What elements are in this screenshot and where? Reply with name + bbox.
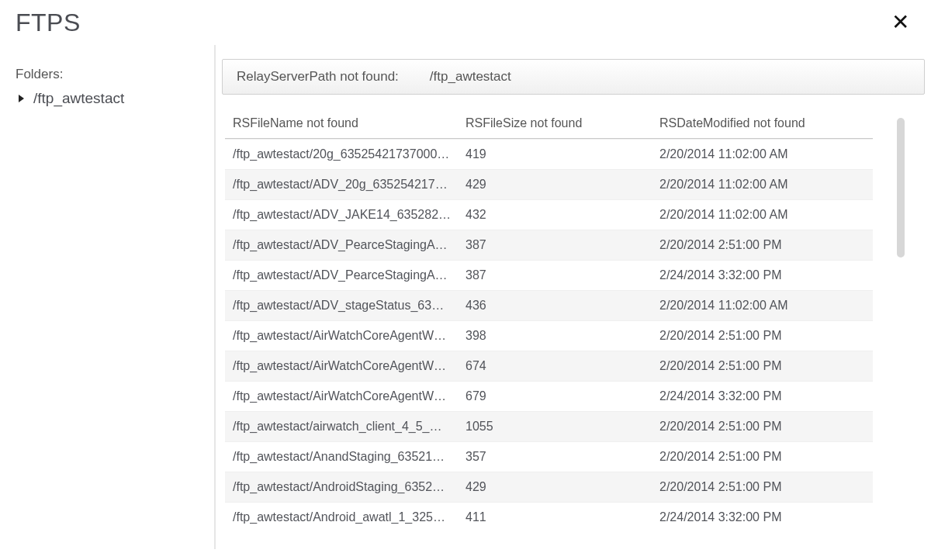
col-header-name[interactable]: RSFileName not found	[233, 116, 466, 130]
table-row[interactable]: /ftp_awtestact/AirWatchCoreAgentW…6742/2…	[225, 351, 873, 381]
file-grid: RSFileName not found RSFileSize not foun…	[225, 109, 873, 532]
cell-modified: 2/20/2014 2:51:00 PM	[659, 238, 865, 252]
cell-filename: /ftp_awtestact/ADV_stageStatus_63…	[233, 299, 466, 313]
table-row[interactable]: /ftp_awtestact/AirWatchCoreAgentW…6792/2…	[225, 381, 873, 411]
cell-modified: 2/20/2014 11:02:00 AM	[659, 299, 865, 313]
cell-filesize: 387	[466, 268, 659, 282]
cell-filename: /ftp_awtestact/ADV_20g_635254217…	[233, 178, 466, 192]
cell-modified: 2/20/2014 11:02:00 AM	[659, 178, 865, 192]
cell-modified: 2/24/2014 3:32:00 PM	[659, 268, 865, 282]
table-row[interactable]: /ftp_awtestact/ADV_PearceStagingA…3872/2…	[225, 230, 873, 260]
cell-filename: /ftp_awtestact/AirWatchCoreAgentW…	[233, 359, 466, 373]
cell-filename: /ftp_awtestact/20g_63525421737000…	[233, 147, 466, 161]
table-row[interactable]: /ftp_awtestact/ADV_JAKE14_635282…4322/20…	[225, 199, 873, 230]
table-row[interactable]: /ftp_awtestact/20g_63525421737000…4192/2…	[225, 139, 873, 169]
cell-modified: 2/20/2014 2:51:00 PM	[659, 450, 865, 464]
close-icon[interactable]: ✕	[885, 9, 915, 36]
col-header-modified[interactable]: RSDateModified not found	[659, 116, 865, 130]
folders-label: Folders:	[16, 67, 200, 82]
cell-modified: 2/20/2014 2:51:00 PM	[659, 420, 865, 434]
sidebar: Folders: /ftp_awtestact	[0, 45, 216, 549]
path-bar-label: RelayServerPath not found:	[237, 69, 399, 85]
cell-filesize: 387	[466, 238, 659, 252]
cell-filename: /ftp_awtestact/AirWatchCoreAgentW…	[233, 389, 466, 403]
cell-filesize: 429	[466, 480, 659, 494]
table-row[interactable]: /ftp_awtestact/ADV_stageStatus_63…4362/2…	[225, 290, 873, 320]
table-row[interactable]: /ftp_awtestact/AirWatchCoreAgentW…3982/2…	[225, 320, 873, 351]
folder-name: /ftp_awtestact	[33, 90, 124, 107]
cell-modified: 2/20/2014 11:02:00 AM	[659, 208, 865, 222]
table-row[interactable]: /ftp_awtestact/AnandStaging_63521…3572/2…	[225, 441, 873, 472]
cell-filename: /ftp_awtestact/AirWatchCoreAgentW…	[233, 329, 466, 343]
cell-filename: /ftp_awtestact/AnandStaging_63521…	[233, 450, 466, 464]
dialog-body: Folders: /ftp_awtestact RelayServerPath …	[0, 45, 931, 549]
cell-modified: 2/20/2014 2:51:00 PM	[659, 359, 865, 373]
cell-filesize: 411	[466, 510, 659, 524]
cell-filesize: 679	[466, 389, 659, 403]
path-bar: RelayServerPath not found: /ftp_awtestac…	[222, 59, 925, 95]
caret-right-icon	[19, 95, 24, 102]
cell-filesize: 419	[466, 147, 659, 161]
cell-modified: 2/20/2014 2:51:00 PM	[659, 329, 865, 343]
cell-modified: 2/20/2014 11:02:00 AM	[659, 147, 865, 161]
vertical-scrollbar-thumb[interactable]	[897, 118, 905, 258]
file-grid-header: RSFileName not found RSFileSize not foun…	[225, 109, 873, 139]
cell-filename: /ftp_awtestact/ADV_PearceStagingA…	[233, 268, 466, 282]
cell-modified: 2/24/2014 3:32:00 PM	[659, 389, 865, 403]
cell-filesize: 674	[466, 359, 659, 373]
dialog-header: FTPS ✕	[0, 0, 931, 45]
cell-filesize: 357	[466, 450, 659, 464]
cell-filesize: 432	[466, 208, 659, 222]
cell-filename: /ftp_awtestact/airwatch_client_4_5_…	[233, 420, 466, 434]
main-panel: RelayServerPath not found: /ftp_awtestac…	[216, 45, 931, 549]
cell-modified: 2/24/2014 3:32:00 PM	[659, 510, 865, 524]
cell-filename: /ftp_awtestact/AndroidStaging_6352…	[233, 480, 466, 494]
folder-tree-item[interactable]: /ftp_awtestact	[16, 87, 200, 110]
table-row[interactable]: /ftp_awtestact/Android_awatl_1_325…4112/…	[225, 502, 873, 532]
table-row[interactable]: /ftp_awtestact/ADV_20g_635254217…4292/20…	[225, 169, 873, 199]
cell-filename: /ftp_awtestact/Android_awatl_1_325…	[233, 510, 466, 524]
cell-filesize: 436	[466, 299, 659, 313]
col-header-size[interactable]: RSFileSize not found	[466, 116, 659, 130]
cell-filename: /ftp_awtestact/ADV_PearceStagingA…	[233, 238, 466, 252]
cell-filesize: 1055	[466, 420, 659, 434]
table-row[interactable]: /ftp_awtestact/AndroidStaging_6352…4292/…	[225, 472, 873, 502]
table-row[interactable]: /ftp_awtestact/airwatch_client_4_5_…1055…	[225, 411, 873, 441]
cell-filename: /ftp_awtestact/ADV_JAKE14_635282…	[233, 208, 466, 222]
cell-filesize: 429	[466, 178, 659, 192]
dialog-title: FTPS	[16, 9, 81, 37]
cell-filesize: 398	[466, 329, 659, 343]
file-grid-wrap: RSFileName not found RSFileSize not foun…	[222, 109, 925, 532]
table-row[interactable]: /ftp_awtestact/ADV_PearceStagingA…3872/2…	[225, 260, 873, 290]
cell-modified: 2/20/2014 2:51:00 PM	[659, 480, 865, 494]
path-bar-value: /ftp_awtestact	[430, 69, 511, 85]
